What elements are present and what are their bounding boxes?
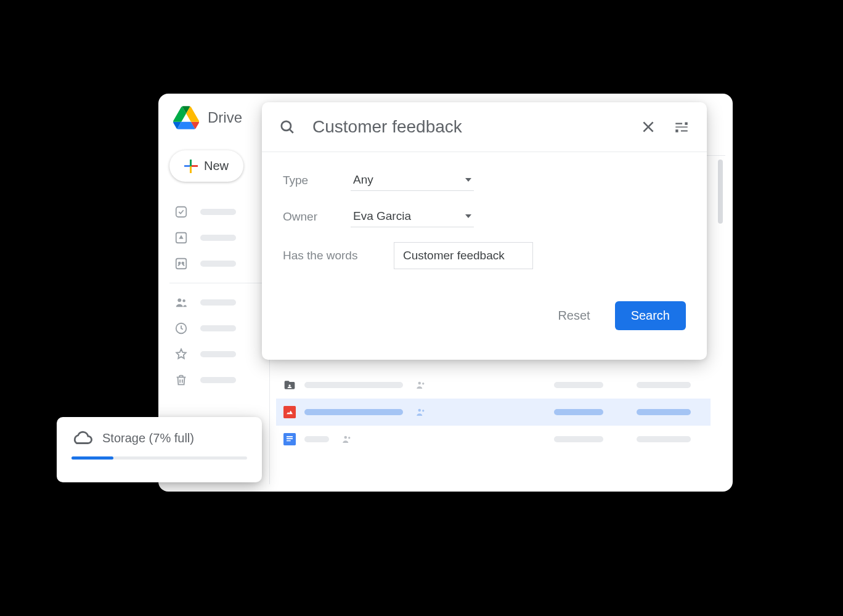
chevron-down-icon — [465, 178, 471, 182]
svg-point-10 — [422, 383, 424, 384]
placeholder-cell — [637, 436, 691, 442]
filter-haswords-label: Has the words — [283, 249, 394, 262]
placeholder-cell — [554, 436, 603, 442]
table-row[interactable] — [276, 399, 711, 426]
new-button[interactable]: New — [169, 150, 243, 182]
svg-point-4 — [182, 262, 184, 264]
close-icon — [640, 119, 656, 135]
svg-rect-11 — [283, 406, 296, 418]
drive-triangle-icon — [174, 231, 188, 245]
svg-point-6 — [182, 299, 185, 302]
star-icon — [174, 347, 188, 361]
filter-type-value: Any — [353, 173, 373, 187]
sidebar-item-shared-drives[interactable] — [169, 251, 262, 277]
search-bar: Customer feedback — [262, 102, 707, 152]
sidebar-item-priority[interactable] — [169, 199, 262, 225]
people-icon — [415, 407, 426, 418]
check-square-icon — [174, 205, 188, 219]
plus-icon — [184, 160, 198, 173]
reset-button[interactable]: Reset — [558, 309, 590, 323]
filter-owner-value: Eva Garcia — [353, 209, 411, 223]
nav-placeholder — [200, 325, 236, 331]
sidebar: New — [169, 150, 262, 393]
svg-point-16 — [348, 437, 350, 439]
nav-placeholder — [200, 351, 236, 357]
nav-placeholder — [200, 261, 236, 267]
storage-progress-fill — [71, 456, 113, 460]
people-icon — [415, 379, 426, 391]
storage-progress-track — [71, 456, 247, 460]
placeholder-cell — [554, 409, 603, 415]
table-row[interactable] — [276, 426, 711, 453]
sidebar-item-recent[interactable] — [169, 315, 262, 341]
filter-owner-row: Owner Eva Garcia — [283, 206, 686, 227]
nav-primary — [169, 199, 262, 277]
trash-icon — [174, 373, 188, 387]
placeholder-cell — [637, 409, 691, 415]
people-icon — [174, 296, 188, 309]
search-icon[interactable] — [279, 119, 295, 135]
search-input[interactable]: Customer feedback — [312, 117, 623, 137]
new-button-label: New — [204, 159, 229, 173]
filter-owner-dropdown[interactable]: Eva Garcia — [351, 206, 474, 227]
clock-icon — [174, 322, 188, 335]
nav-placeholder — [200, 235, 236, 241]
shared-drive-icon — [174, 257, 188, 270]
filter-haswords-row: Has the words — [283, 242, 686, 269]
filter-type-dropdown[interactable]: Any — [351, 169, 474, 191]
search-button[interactable]: Search — [615, 301, 686, 330]
table-row[interactable] — [276, 371, 711, 399]
storage-label: Storage (7% full) — [102, 431, 194, 445]
search-panel: Customer feedback Type Any Owner Eva Gar… — [262, 102, 707, 360]
people-icon — [341, 434, 352, 445]
svg-point-5 — [177, 298, 181, 302]
nav-divider — [169, 283, 262, 283]
nav-secondary — [169, 290, 262, 393]
placeholder-cell — [554, 382, 603, 388]
svg-rect-2 — [176, 259, 187, 269]
placeholder-cell — [304, 382, 403, 388]
svg-point-9 — [418, 382, 422, 385]
sidebar-item-mydrive[interactable] — [169, 225, 262, 251]
placeholder-cell — [304, 436, 329, 442]
filter-owner-label: Owner — [283, 210, 351, 224]
chevron-down-icon — [465, 214, 471, 218]
svg-point-3 — [179, 262, 181, 264]
file-table — [276, 371, 711, 453]
cloud-icon — [71, 431, 92, 445]
docs-file-icon — [283, 433, 296, 445]
nav-placeholder — [200, 209, 236, 215]
search-options-button[interactable] — [674, 119, 690, 135]
nav-placeholder — [200, 299, 236, 306]
placeholder-cell — [304, 409, 403, 415]
sidebar-item-trash[interactable] — [169, 367, 262, 393]
filter-type-row: Type Any — [283, 169, 686, 191]
scrollbar[interactable] — [718, 160, 723, 224]
search-filters: Type Any Owner Eva Garcia Has the words — [262, 152, 707, 301]
search-actions: Reset Search — [262, 301, 707, 330]
svg-point-17 — [282, 121, 291, 131]
svg-rect-0 — [176, 207, 187, 217]
drive-brand[interactable]: Drive — [173, 106, 242, 129]
svg-point-12 — [418, 409, 422, 412]
app-name: Drive — [208, 109, 242, 126]
sidebar-item-starred[interactable] — [169, 341, 262, 367]
filter-haswords-input[interactable] — [394, 242, 533, 269]
tune-icon — [674, 119, 690, 135]
svg-point-15 — [344, 436, 348, 439]
storage-card[interactable]: Storage (7% full) — [57, 417, 262, 482]
clear-search-button[interactable] — [640, 119, 656, 135]
placeholder-cell — [637, 382, 691, 388]
drive-logo-icon — [173, 106, 199, 129]
image-file-icon — [283, 406, 296, 418]
nav-placeholder — [200, 377, 236, 383]
svg-point-13 — [422, 410, 424, 411]
storage-row: Storage (7% full) — [71, 431, 247, 445]
shared-folder-icon — [283, 379, 296, 391]
sidebar-item-shared[interactable] — [169, 290, 262, 315]
svg-point-8 — [288, 384, 290, 386]
filter-type-label: Type — [283, 174, 351, 187]
